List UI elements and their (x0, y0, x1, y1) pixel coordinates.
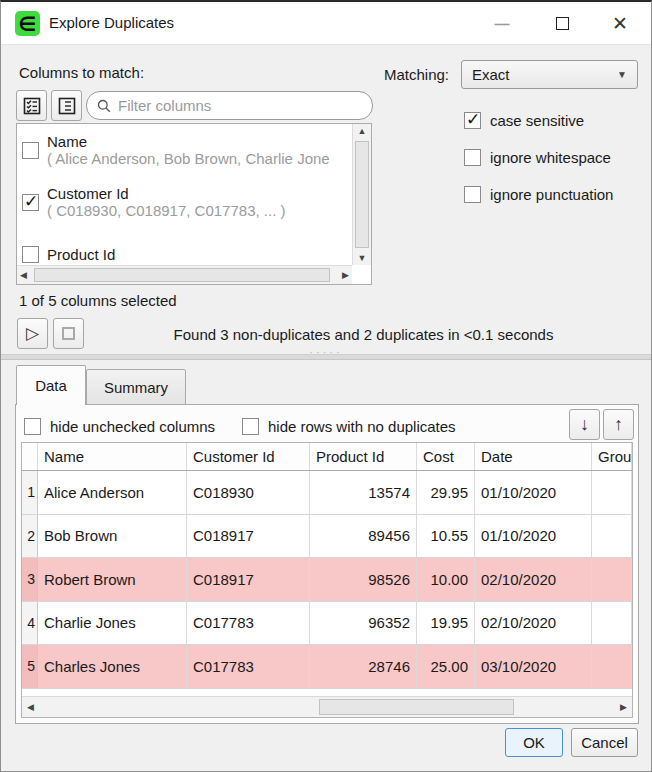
header-customer-id[interactable]: Customer Id (187, 443, 310, 470)
case-sensitive-checkbox[interactable]: case sensitive (464, 112, 584, 129)
cell-date[interactable]: 02/10/2020 (475, 602, 592, 645)
search-icon (97, 99, 111, 113)
stop-icon (62, 327, 75, 340)
table-row[interactable]: 4 Charlie Jones C017783 96352 19.95 02/1… (22, 602, 632, 646)
header-product-id[interactable]: Product Id (310, 443, 417, 470)
ok-button[interactable]: OK (505, 728, 563, 757)
cell-customer-id[interactable]: C018917 (187, 558, 310, 601)
cell-date[interactable]: 02/10/2020 (475, 558, 592, 601)
table-row-duplicate[interactable]: 5 Charles Jones C017783 28746 25.00 03/1… (22, 645, 632, 689)
hide-unchecked-columns-checkbox[interactable]: hide unchecked columns (24, 418, 215, 435)
scroll-left-icon[interactable]: ◀ (27, 697, 34, 717)
scroll-left-icon[interactable]: ◀ (20, 266, 27, 284)
table-row-duplicate[interactable]: 3 Robert Brown C018917 98526 10.00 02/10… (22, 558, 632, 602)
ok-button-label: OK (523, 734, 545, 751)
cell-product-id[interactable]: 28746 (310, 645, 417, 688)
scrollbar-thumb[interactable] (355, 141, 369, 248)
cell-group[interactable] (592, 602, 632, 645)
cell-name[interactable]: Charles Jones (38, 645, 187, 688)
cell-product-id[interactable]: 96352 (310, 602, 417, 645)
checkbox-unchecked-icon (22, 142, 39, 159)
title-bar[interactable]: ∈ Explore Duplicates — ✕ (1, 2, 651, 45)
cell-date[interactable]: 03/10/2020 (475, 645, 592, 688)
row-number: 3 (22, 558, 38, 601)
scroll-down-icon[interactable]: ▼ (353, 253, 371, 263)
cell-name[interactable]: Bob Brown (38, 515, 187, 558)
list-horizontal-scrollbar[interactable]: ◀ ▶ (17, 265, 352, 284)
cell-product-id[interactable]: 13574 (310, 471, 417, 514)
table-horizontal-scrollbar[interactable]: ◀ ▶ (22, 696, 632, 717)
scrollbar-thumb[interactable] (319, 699, 514, 715)
header-group[interactable]: Group (592, 443, 632, 470)
run-button[interactable]: ▷ (17, 318, 48, 349)
header-date[interactable]: Date (475, 443, 592, 470)
filter-columns-input[interactable]: Filter columns (86, 91, 373, 120)
tab-summary[interactable]: Summary (86, 369, 186, 405)
close-button[interactable]: ✕ (597, 2, 643, 45)
hide-unchecked-columns-label: hide unchecked columns (50, 418, 215, 435)
row-number: 4 (22, 602, 38, 645)
check-all-icon (23, 97, 41, 115)
cell-name[interactable]: Robert Brown (38, 558, 187, 601)
header-cost[interactable]: Cost (417, 443, 475, 470)
table-row[interactable]: 1 Alice Anderson C018930 13574 29.95 01/… (22, 471, 632, 515)
chevron-down-icon: ▼ (617, 69, 627, 80)
scroll-right-icon[interactable]: ▶ (342, 266, 349, 284)
splitter-handle[interactable] (1, 354, 651, 360)
cell-cost[interactable]: 10.55 (417, 515, 475, 558)
column-list-viewport: Name ( Alice Anderson, Bob Brown, Charli… (17, 124, 352, 265)
tab-data-label: Data (35, 377, 67, 394)
column-sample-values: ( Alice Anderson, Bob Brown, Charlie Jon… (47, 150, 330, 167)
cell-product-id[interactable]: 98526 (310, 558, 417, 601)
tab-data[interactable]: Data (16, 365, 86, 405)
minimize-button[interactable]: — (479, 2, 525, 45)
cell-date[interactable]: 01/10/2020 (475, 471, 592, 514)
hide-no-duplicate-rows-checkbox[interactable]: hide rows with no duplicates (242, 418, 456, 435)
columns-to-match-list[interactable]: Name ( Alice Anderson, Bob Brown, Charli… (16, 123, 372, 285)
list-item-name[interactable]: Name ( Alice Anderson, Bob Brown, Charli… (17, 124, 352, 176)
table-row[interactable]: 2 Bob Brown C018917 89456 10.55 01/10/20… (22, 515, 632, 559)
cell-product-id[interactable]: 89456 (310, 515, 417, 558)
previous-duplicate-button[interactable]: ↑ (603, 409, 634, 440)
header-corner (22, 443, 38, 470)
cancel-button[interactable]: Cancel (571, 728, 638, 757)
stop-button[interactable] (53, 318, 84, 349)
list-vertical-scrollbar[interactable]: ▲ ▼ (352, 124, 371, 265)
cell-customer-id[interactable]: C018917 (187, 515, 310, 558)
cell-name[interactable]: Charlie Jones (38, 602, 187, 645)
checkbox-unchecked-icon (22, 246, 39, 263)
ignore-whitespace-checkbox[interactable]: ignore whitespace (464, 149, 611, 166)
maximize-button[interactable] (539, 2, 585, 45)
cell-customer-id[interactable]: C018930 (187, 471, 310, 514)
selection-summary: 1 of 5 columns selected (19, 292, 177, 309)
cell-customer-id[interactable]: C017783 (187, 602, 310, 645)
table-header-row[interactable]: Name Customer Id Product Id Cost Date Gr… (22, 443, 632, 471)
matching-select[interactable]: Exact ▼ (461, 60, 638, 89)
checkbox-unchecked-icon (464, 149, 481, 166)
ignore-punctuation-label: ignore punctuation (490, 186, 613, 203)
check-all-columns-button[interactable] (16, 90, 47, 121)
cell-cost[interactable]: 25.00 (417, 645, 475, 688)
cell-group[interactable] (592, 645, 632, 688)
column-name: Product Id (47, 246, 115, 263)
column-sample-values: ( C018930, C018917, C017783, ... ) (47, 202, 286, 219)
cell-cost[interactable]: 19.95 (417, 602, 475, 645)
list-item-product-id[interactable]: Product Id (17, 228, 352, 265)
ignore-punctuation-checkbox[interactable]: ignore punctuation (464, 186, 613, 203)
cell-group[interactable] (592, 471, 632, 514)
scrollbar-thumb[interactable] (34, 268, 330, 282)
list-item-customer-id[interactable]: Customer Id ( C018930, C018917, C017783,… (17, 176, 352, 228)
scroll-right-icon[interactable]: ▶ (620, 697, 627, 717)
cell-group[interactable] (592, 515, 632, 558)
cell-date[interactable]: 01/10/2020 (475, 515, 592, 558)
uncheck-all-columns-button[interactable] (51, 90, 82, 121)
cell-cost[interactable]: 29.95 (417, 471, 475, 514)
status-text: Found 3 non-duplicates and 2 duplicates … (91, 326, 636, 343)
cell-name[interactable]: Alice Anderson (38, 471, 187, 514)
cell-cost[interactable]: 10.00 (417, 558, 475, 601)
next-duplicate-button[interactable]: ↓ (569, 409, 600, 440)
scroll-up-icon[interactable]: ▲ (353, 126, 371, 136)
cell-group[interactable] (592, 558, 632, 601)
cell-customer-id[interactable]: C017783 (187, 645, 310, 688)
header-name[interactable]: Name (38, 443, 187, 470)
